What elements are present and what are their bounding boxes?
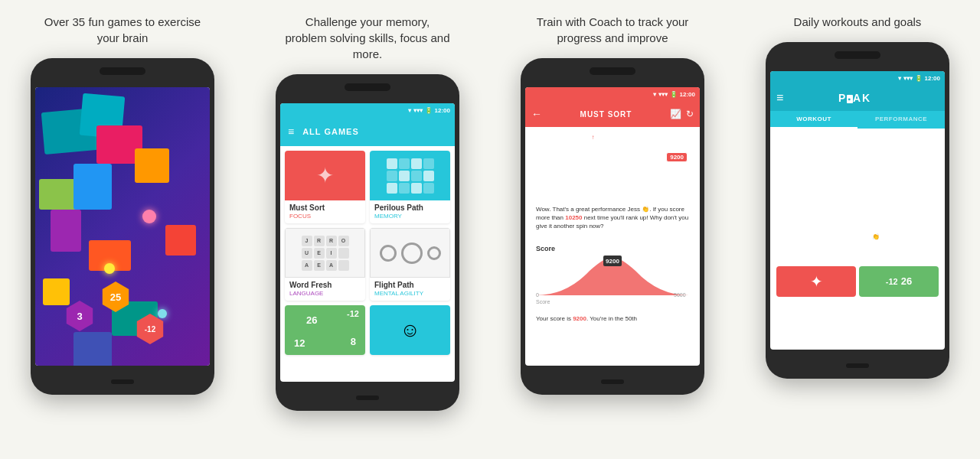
peak-bottom-games: ✦ -12 26 bbox=[776, 266, 939, 297]
origami-icon: ✦ bbox=[316, 163, 334, 188]
tagline-4: Daily workouts and goals bbox=[794, 14, 922, 30]
allgames-title: ALL GAMES bbox=[302, 127, 359, 136]
chart-icon[interactable]: 📈 bbox=[670, 109, 681, 119]
lc10: E bbox=[314, 260, 325, 271]
phone-3: ▾ ▾▾▾ 🔋 12:00 ← MUST SORT 📈 ↻ Score evol… bbox=[521, 58, 704, 395]
lc2: R bbox=[314, 236, 325, 246]
completed-msg: It's your first completed workout! 👏 Kee… bbox=[776, 228, 939, 263]
message-box: Wow. That's a great performance Jess 👏. … bbox=[530, 199, 695, 237]
tile-6 bbox=[74, 164, 112, 210]
phone3-screen: ▾ ▾▾▾ 🔋 12:00 ← MUST SORT 📈 ↻ Score evol… bbox=[525, 87, 700, 366]
tagline-2: Challenge your memory, problem solving s… bbox=[283, 14, 452, 62]
pbg-mustsort: ✦ bbox=[776, 266, 856, 297]
game-card-wordfresh-info: Word Fresh LANGUAGE bbox=[285, 278, 365, 301]
game-card-flightpath[interactable]: Flight Path MENTAL AGILITY bbox=[370, 228, 450, 301]
glow-pink bbox=[142, 210, 156, 223]
glow-cyan bbox=[158, 309, 167, 318]
footer-text-2: . You're in the 50th bbox=[586, 315, 637, 322]
game-card-perilous[interactable]: Perilous Path MEMORY bbox=[370, 151, 450, 223]
tab-workout[interactable]: WORKOUT bbox=[770, 111, 858, 129]
lc3: R bbox=[326, 236, 337, 246]
welcome-text: Welcome back, Jess! bbox=[770, 129, 945, 155]
signal-icon: ▾▾▾ bbox=[413, 107, 423, 114]
game-card-mustsort[interactable]: ✦ Must Sort FOCUS bbox=[285, 151, 365, 223]
pc6 bbox=[399, 171, 410, 181]
peak-dot: ▪ bbox=[847, 95, 853, 103]
lc7: I bbox=[326, 248, 337, 259]
phone4-screen: ▾ ▾▾▾ 🔋 12:00 ≡ P▪AK WORKOUT PERFORMANCE… bbox=[770, 71, 945, 350]
svg-text:5000: 5000 bbox=[674, 292, 686, 298]
phone-1: 25 3 -12 bbox=[31, 58, 214, 395]
time-4: 12:00 bbox=[925, 75, 940, 82]
phone-4: ▾ ▾▾▾ 🔋 12:00 ≡ P▪AK WORKOUT PERFORMANCE… bbox=[766, 42, 949, 379]
fc3 bbox=[427, 246, 441, 260]
svg-text:0: 0 bbox=[536, 292, 539, 298]
thumb-wordfresh: J R R O U E I A E A bbox=[285, 228, 365, 278]
refresh-icon[interactable]: ↻ bbox=[686, 109, 694, 119]
wifi-icon-3: ▾ bbox=[653, 91, 656, 98]
flight-circles bbox=[380, 243, 441, 264]
peak-header: ≡ P▪AK bbox=[770, 85, 945, 111]
svg-text:9200: 9200 bbox=[606, 258, 619, 265]
pc3 bbox=[411, 158, 422, 169]
green-num1: -12 bbox=[347, 309, 359, 318]
column-3: Train with Coach to track your progress … bbox=[490, 0, 735, 459]
phone2-speaker bbox=[356, 396, 379, 400]
slider-widget-container bbox=[770, 155, 945, 225]
tile-9 bbox=[43, 278, 70, 305]
pc8 bbox=[423, 171, 434, 181]
bar-chart-svg: 9200 0 5000 bbox=[536, 256, 689, 298]
pbg-num2: 26 bbox=[901, 275, 912, 287]
pbg-num1: -12 bbox=[886, 277, 898, 286]
score-evo-arrow: ↑ bbox=[588, 132, 599, 142]
thumb-green1: -12 12 26 8 bbox=[285, 305, 365, 355]
game-card-green1[interactable]: -12 12 26 8 bbox=[285, 305, 365, 355]
letter-grid: J R R O U E I A E A bbox=[299, 233, 352, 274]
svg-rect-9 bbox=[874, 173, 880, 211]
status-bar-4: ▾ ▾▾▾ 🔋 12:00 bbox=[770, 71, 945, 85]
tab-performance[interactable]: PERFORMANCE bbox=[858, 111, 945, 129]
column-4: Daily workouts and goals ▾ ▾▾▾ 🔋 12:00 ≡… bbox=[735, 0, 980, 459]
thumb-green2: ☺ bbox=[370, 305, 450, 355]
battery-icon: 🔋 bbox=[425, 107, 433, 114]
smiley-icon: ☺ bbox=[400, 318, 420, 342]
phone4-speaker bbox=[846, 363, 869, 368]
hex-3: 3 bbox=[64, 301, 95, 331]
score-evo-section: Score evolution ↑ Rank up: 10250 9200 bbox=[525, 127, 700, 199]
game-card-flightpath-info: Flight Path MENTAL AGILITY bbox=[370, 278, 450, 301]
footer-text: Your score is bbox=[536, 315, 573, 322]
lc9: A bbox=[302, 260, 312, 271]
chart-axis: Score bbox=[536, 299, 689, 304]
game-name-flightpath: Flight Path bbox=[374, 281, 446, 289]
lc11: A bbox=[326, 260, 337, 271]
score-white-box: Score 9200 0 5000 Score bbox=[530, 240, 695, 309]
green-num2: 12 bbox=[294, 337, 305, 349]
status-bar-3: ▾ ▾▾▾ 🔋 12:00 bbox=[525, 87, 700, 101]
back-arrow[interactable]: ← bbox=[531, 108, 542, 120]
thumb-perilous bbox=[370, 151, 450, 200]
footer-score: 9200 bbox=[573, 315, 586, 322]
signal-icon-4: ▾▾▾ bbox=[903, 75, 913, 82]
game-card-wordfresh[interactable]: J R R O U E I A E A bbox=[285, 228, 365, 301]
signal-icon-3: ▾▾▾ bbox=[658, 91, 668, 98]
score-evo-title: Score evolution ↑ bbox=[533, 132, 692, 142]
pc5 bbox=[387, 171, 397, 181]
pbg-green: -12 26 bbox=[859, 266, 939, 297]
lc6: E bbox=[314, 248, 325, 259]
menu-icon[interactable]: ≡ bbox=[288, 125, 295, 138]
lc4: O bbox=[338, 236, 349, 246]
tile-12 bbox=[165, 225, 196, 256]
svg-point-14 bbox=[850, 212, 854, 216]
peak-menu-icon[interactable]: ≡ bbox=[776, 91, 783, 105]
slider-widget bbox=[815, 159, 900, 220]
pc2 bbox=[399, 158, 410, 169]
score-title: Score bbox=[536, 245, 689, 252]
phone1-screen: 25 3 -12 bbox=[35, 87, 210, 366]
lc5: U bbox=[302, 248, 312, 259]
peak-tabs: WORKOUT PERFORMANCE bbox=[770, 111, 945, 129]
svg-point-15 bbox=[862, 212, 867, 216]
game-card-green2[interactable]: ☺ bbox=[370, 305, 450, 355]
score-badge-chart: 9200 bbox=[666, 152, 688, 162]
tile-7 bbox=[51, 210, 81, 252]
svg-rect-11 bbox=[847, 190, 858, 197]
